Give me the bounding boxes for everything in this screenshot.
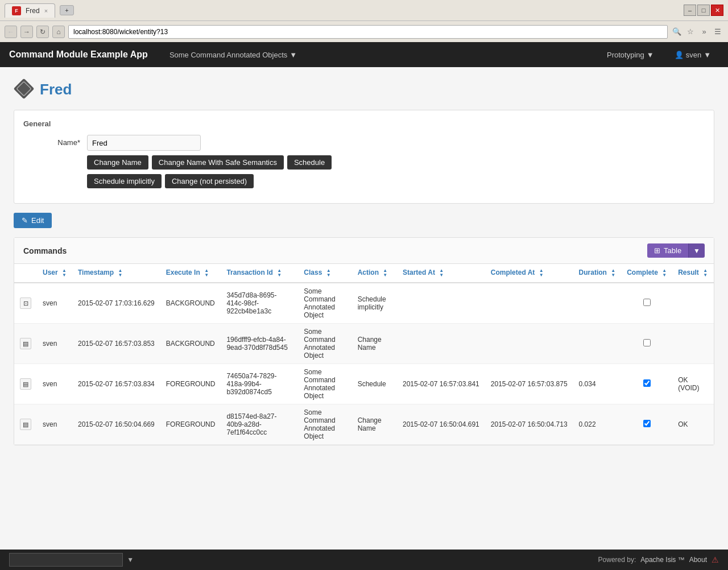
- change-name-button[interactable]: Change Name: [87, 155, 148, 170]
- sort-execute-icon: ▲▼: [204, 269, 209, 278]
- row-class: Some Command Annotated Object: [298, 324, 351, 364]
- name-field-group: Change Name Change Name With Safe Semant…: [87, 135, 332, 188]
- nav-right: Prototyping ▼ 👤 sven ▼: [599, 46, 719, 64]
- edit-icon: ✎: [22, 216, 28, 225]
- table-view-button[interactable]: ⊞ Table: [647, 243, 688, 258]
- menu-arrow-icon: ▼: [289, 51, 297, 59]
- nav-item-prototyping[interactable]: Prototyping ▼: [599, 46, 662, 64]
- table-button-group: ⊞ Table ▼: [647, 243, 705, 258]
- table-icon: ⊞: [654, 246, 660, 255]
- name-field[interactable]: [87, 135, 201, 151]
- row-completed-at: [485, 283, 573, 324]
- commands-table: User ▲▼ Timestamp ▲▼ Execute In ▲▼ Trans…: [14, 264, 714, 445]
- row-icon[interactable]: ▤: [20, 378, 31, 390]
- row-completed-at: [485, 324, 573, 364]
- row-action: Schedule: [352, 364, 397, 404]
- row-duration: 0.034: [573, 364, 622, 404]
- reload-button[interactable]: ↻: [36, 26, 49, 38]
- commands-header: Commands ⊞ Table ▼: [14, 238, 714, 264]
- row-execute-in: FOREGROUND: [160, 404, 221, 445]
- col-action[interactable]: Action ▲▼: [352, 264, 397, 283]
- general-section: General Name* Change Name Change Name Wi…: [14, 110, 714, 204]
- name-label: Name*: [23, 135, 80, 147]
- row-timestamp: 2015-02-07 16:57:03.834: [72, 364, 160, 404]
- close-button[interactable]: ✕: [711, 5, 723, 16]
- close-tab-button[interactable]: ×: [44, 7, 48, 14]
- table-row: ▤ sven 2015-02-07 16:57:03.834 FOREGROUN…: [14, 364, 714, 404]
- sort-class-icon: ▲▼: [326, 269, 331, 278]
- row-icon[interactable]: ▤: [20, 419, 31, 430]
- row-started-at: [397, 283, 485, 324]
- row-result: OK: [672, 404, 714, 445]
- sort-txid-icon: ▲▼: [277, 269, 282, 278]
- nav-item-objects[interactable]: Some Command Annotated Objects ▼: [162, 46, 305, 64]
- complete-checkbox[interactable]: [643, 379, 651, 387]
- row-icon-cell: ▤: [14, 324, 37, 364]
- row-duration: [573, 283, 622, 324]
- change-name-safe-button[interactable]: Change Name With Safe Semantics: [152, 155, 284, 170]
- row-complete[interactable]: [621, 283, 672, 324]
- complete-checkbox[interactable]: [643, 420, 651, 427]
- browser-tab[interactable]: F Fred ×: [5, 3, 55, 18]
- row-icon[interactable]: ⊡: [20, 298, 31, 309]
- col-complete[interactable]: Complete ▲▼: [621, 264, 672, 283]
- col-class[interactable]: Class ▲▼: [298, 264, 351, 283]
- app-brand: Command Module Example App: [9, 49, 148, 60]
- schedule-implicitly-button[interactable]: Schedule implicitly: [87, 174, 162, 188]
- schedule-button[interactable]: Schedule: [287, 155, 332, 170]
- maximize-button[interactable]: □: [697, 5, 710, 16]
- row-complete[interactable]: [621, 324, 672, 364]
- row-complete[interactable]: [621, 364, 672, 404]
- col-timestamp[interactable]: Timestamp ▲▼: [72, 264, 160, 283]
- edit-section: ✎ Edit: [14, 213, 714, 228]
- table-dropdown-button[interactable]: ▼: [688, 243, 705, 258]
- page-title-row: Fred: [14, 79, 714, 101]
- entity-icon: [14, 79, 34, 101]
- home-button[interactable]: ⌂: [52, 26, 65, 38]
- col-user[interactable]: User ▲▼: [37, 264, 72, 283]
- col-duration[interactable]: Duration ▲▼: [573, 264, 622, 283]
- forward-button[interactable]: →: [20, 26, 33, 38]
- row-action: Schedule implicitly: [352, 283, 397, 324]
- sort-started-icon: ▲▼: [439, 269, 444, 278]
- commands-section: Commands ⊞ Table ▼ User ▲▼ Timest: [14, 237, 714, 445]
- address-bar[interactable]: [68, 25, 668, 39]
- edit-button[interactable]: ✎ Edit: [14, 213, 52, 228]
- table-row: ⊡ sven 2015-02-07 17:03:16.629 BACKGROUN…: [14, 283, 714, 324]
- more-icon[interactable]: »: [698, 26, 710, 38]
- search-icon[interactable]: 🔍: [671, 26, 682, 38]
- tab-favicon: F: [12, 6, 21, 15]
- row-icon[interactable]: ▤: [20, 338, 31, 349]
- bookmark-icon[interactable]: ☆: [685, 26, 696, 38]
- complete-checkbox[interactable]: [643, 339, 651, 346]
- table-row: ▤ sven 2015-02-07 16:50:04.669 FOREGROUN…: [14, 404, 714, 445]
- col-transaction-id[interactable]: Transaction Id ▲▼: [221, 264, 298, 283]
- row-timestamp: 2015-02-07 16:50:04.669: [72, 404, 160, 445]
- browser-chrome: F Fred × + – □ ✕ ← → ↻ ⌂ 🔍 ☆ » ☰: [0, 0, 728, 42]
- row-execute-in: BACKGROUND: [160, 283, 221, 324]
- tab-title: Fred: [26, 7, 40, 15]
- row-complete[interactable]: [621, 404, 672, 445]
- row-duration: 0.022: [573, 404, 622, 445]
- col-started-at[interactable]: Started At ▲▼: [397, 264, 485, 283]
- toolbar-right: 🔍 ☆ » ☰: [671, 26, 723, 38]
- col-completed-at[interactable]: Completed At ▲▼: [485, 264, 573, 283]
- minimize-button[interactable]: –: [684, 5, 696, 16]
- prototyping-arrow-icon: ▼: [647, 51, 654, 59]
- col-result[interactable]: Result ▲▼: [672, 264, 714, 283]
- complete-checkbox[interactable]: [643, 299, 651, 306]
- row-completed-at: 2015-02-07 16:57:03.875: [485, 364, 573, 404]
- sort-action-icon: ▲▼: [383, 269, 387, 278]
- back-button[interactable]: ←: [5, 26, 17, 38]
- name-form-row: Name* Change Name Change Name With Safe …: [23, 135, 705, 188]
- col-execute-in[interactable]: Execute In ▲▼: [160, 264, 221, 283]
- sort-timestamp-icon: ▲▼: [118, 269, 122, 278]
- menu-icon[interactable]: ☰: [712, 26, 723, 38]
- nav-item-user[interactable]: 👤 sven ▼: [667, 46, 719, 64]
- sort-result-icon: ▲▼: [703, 269, 708, 278]
- row-class: Some Command Annotated Object: [298, 364, 351, 404]
- row-user: sven: [37, 364, 72, 404]
- new-tab-button[interactable]: +: [60, 5, 73, 15]
- row-timestamp: 2015-02-07 17:03:16.629: [72, 283, 160, 324]
- change-not-persisted-button[interactable]: Change (not persisted): [165, 174, 254, 188]
